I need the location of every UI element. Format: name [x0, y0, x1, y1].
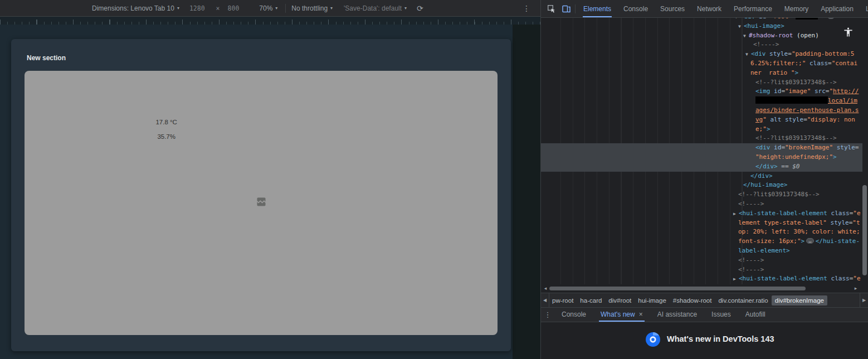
tab-console[interactable]: Console — [617, 1, 654, 17]
toggle-device-toolbar-button[interactable] — [559, 2, 573, 16]
tree-node[interactable]: vg" alt style="display: non — [541, 115, 862, 125]
tree-node[interactable]: <!----> — [541, 40, 862, 50]
tree-node[interactable]: ▼<div style="padding-bottom:5 — [541, 50, 862, 59]
hscroll-left-button[interactable]: ◂ — [542, 284, 549, 293]
tree-node-token: ▶ — [733, 275, 739, 284]
tree-node[interactable]: ner ratio "> — [541, 69, 862, 78]
save-data-select-label: 'Save-Data': default — [344, 4, 402, 12]
tab-lighthouse[interactable]: Lighthouse — [860, 1, 868, 17]
breadcrumb-scroll-right-button[interactable]: ▶ — [860, 293, 868, 307]
drawer-tab-what-s-new[interactable]: What's new× — [593, 308, 650, 322]
tree-node[interactable]: "height:undefinedpx;"> — [541, 153, 862, 162]
viewport-width-field[interactable]: 1280 — [189, 4, 205, 12]
tree-node-token: == $0 — [778, 163, 800, 170]
horizontal-scrollbar-thumb[interactable] — [549, 287, 806, 290]
tree-node-token: " — [763, 116, 767, 123]
tree-node-token: "root" — [770, 18, 792, 20]
horizontal-scrollbar[interactable]: ◂ ▸ — [541, 284, 868, 293]
tree-node[interactable]: </div> == $0 — [541, 162, 862, 172]
tab-elements[interactable]: Elements — [577, 1, 617, 17]
drawer-menu-button[interactable]: ⋮ — [541, 311, 554, 319]
inspect-element-button[interactable] — [544, 2, 559, 16]
vertical-scrollbar-thumb[interactable] — [862, 185, 867, 275]
throttling-select-label: No throttling — [291, 4, 328, 12]
tab-sources[interactable]: Sources — [654, 1, 691, 17]
tree-node-token: "contai — [832, 60, 857, 67]
crumb-pw-root[interactable]: pw-root — [549, 295, 577, 305]
image-placeholder[interactable]: 17.8 °C 35.7% — [25, 71, 498, 335]
tree-node-token: = — [781, 88, 785, 95]
toolbar-divider — [285, 4, 286, 13]
tree-node[interactable]: <!----> — [541, 256, 862, 265]
devtools-logo-icon — [646, 332, 660, 347]
tree-node[interactable]: ▼#shadow-root (open) — [541, 31, 862, 41]
crumb-ha-card[interactable]: ha-card — [577, 295, 605, 305]
tabbar-divider — [575, 4, 576, 13]
tree-node[interactable]: </div> — [541, 172, 862, 181]
device-toolbar-menu-button[interactable]: ⋮ — [523, 4, 530, 13]
tree-node[interactable]: ▼<hui-image> — [541, 22, 862, 31]
tree-node[interactable]: lement type-state-label" style="t — [541, 219, 862, 228]
tab-performance[interactable]: Performance — [728, 1, 778, 17]
inline-expand-button[interactable]: … — [827, 18, 835, 19]
tree-node[interactable]: <!--?lit$039137348$--> — [541, 78, 862, 88]
tree-node-token: <!----> — [738, 256, 764, 264]
drawer-tab-issues[interactable]: Issues — [704, 308, 738, 322]
tree-node[interactable]: <!----> — [541, 200, 862, 209]
tree-node-token: = — [803, 116, 807, 123]
redaction-overlay — [796, 18, 818, 20]
tree-node[interactable]: ▶<hui-state-label-element class="e — [541, 209, 862, 219]
tree-node[interactable]: ▶<hui-state-label-element class="e — [541, 274, 862, 284]
tree-node[interactable]: ages/binder-penthouse-plan.s — [541, 106, 862, 115]
tree-node[interactable]: local/im — [541, 96, 862, 106]
tree-node-token: > — [767, 125, 771, 133]
viewport-height-field[interactable]: 800 — [228, 4, 240, 12]
drawer-tab-ai-assistance[interactable]: AI assistance — [650, 308, 704, 322]
tree-node[interactable]: <!--?lit$039137348$--> — [541, 190, 862, 200]
tree-node-token: = — [766, 18, 770, 20]
tree-node[interactable]: label-element> — [541, 246, 862, 256]
tree-node-token: <hui-state-label-element — [739, 275, 827, 282]
breadcrumb-scroll-left-button[interactable]: ◀ — [541, 293, 549, 307]
save-data-select[interactable]: 'Save-Data': default ▾ — [344, 4, 407, 12]
hscroll-right-button[interactable]: ▸ — [852, 284, 859, 293]
crumb-div-brokenimage[interactable]: div#brokenImage — [772, 295, 827, 305]
tree-node[interactable]: <!--?lit$039137348$--> — [541, 134, 862, 143]
tree-node[interactable]: <!----> — [541, 265, 862, 275]
tree-node-token: "t — [852, 219, 860, 226]
accessibility-person-icon[interactable] — [843, 27, 854, 40]
tree-node[interactable]: <img id="image" src="http:// — [541, 87, 862, 96]
crumb-hui-image[interactable]: hui-image — [635, 295, 670, 305]
tree-node[interactable]: op: 20%; left: 30%; color: white; — [541, 227, 862, 237]
tree-node[interactable]: ▼<div id="root" ">… — [541, 18, 862, 22]
zoom-select[interactable]: 70% ▾ — [259, 4, 277, 12]
rotate-viewport-button[interactable]: ⟳ — [417, 4, 423, 13]
tree-node[interactable]: font-size: 16px;">…</hui-state- — [541, 237, 862, 246]
tab-memory[interactable]: Memory — [778, 1, 815, 17]
tree-node[interactable]: 6.25%;filter:;" class="contai — [541, 59, 862, 69]
crumb--shadow-root[interactable]: #shadow-root — [670, 295, 715, 305]
drawer-tab-autofill[interactable]: Autofill — [738, 308, 773, 322]
inline-expand-button[interactable]: … — [806, 238, 813, 244]
close-icon[interactable]: × — [639, 308, 643, 322]
tab-network[interactable]: Network — [691, 1, 728, 17]
device-select[interactable]: Dimensions: Lenovo Tab 10 ▾ — [92, 4, 179, 12]
tree-node-token: e;" — [755, 125, 767, 133]
tree-node-token: alt — [767, 116, 782, 123]
tree-node-token: vg — [755, 116, 763, 123]
drawer-tab-console[interactable]: Console — [554, 308, 593, 322]
state-label-humidity: 35.7% — [157, 133, 175, 140]
crumb-div-container-ratio[interactable]: div.container.ratio — [715, 295, 771, 305]
tab-application[interactable]: Application — [815, 1, 860, 17]
tree-node[interactable]: <div id="brokenImage" style= — [541, 143, 862, 153]
tree-node-token: <!----> — [738, 200, 764, 207]
crumb-div-root[interactable]: div#root — [605, 295, 635, 305]
throttling-select[interactable]: No throttling ▾ — [291, 4, 333, 12]
tree-node[interactable]: e;"> — [541, 125, 862, 134]
redaction-overlay — [755, 96, 828, 104]
whats-new-title: What's new in DevTools 143 — [667, 334, 774, 343]
tree-node-token: style — [827, 219, 849, 226]
tree-node[interactable]: </hui-image> — [541, 181, 862, 190]
tree-node-token: "display: non — [807, 116, 855, 123]
tree-node-token: <!----> — [738, 266, 764, 273]
